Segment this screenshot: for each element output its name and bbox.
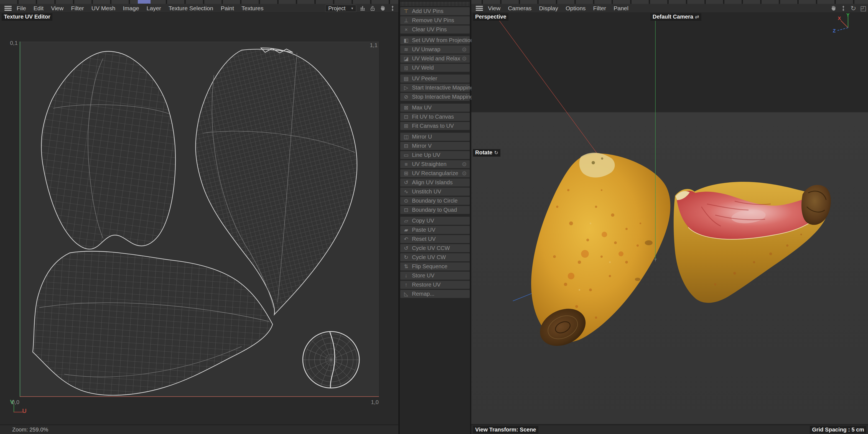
gear-icon[interactable]: ⚙ [462,46,467,53]
cycle-ccw-icon: ↺ [403,245,410,251]
copy-icon: ▱ [403,218,410,224]
palette-drag-handle[interactable] [400,2,470,6]
pan-hand-icon[interactable] [379,5,386,12]
tool-flip-sequence[interactable]: ⇅Flip Sequence [400,262,470,271]
uv-corner-label-01: 0,1 [10,40,18,46]
tool-unstitch-uv[interactable]: ∿Unstitch UV [400,188,470,196]
tool-paste-uv[interactable]: ▰Paste UV [400,226,470,234]
perspective-viewport[interactable]: Perspective Default Camera⇄ Rotate↻ Y X … [471,13,868,424]
tool-fit-canvas-to-uv[interactable]: ⊞Fit Canvas to UV [400,122,470,130]
menu-filter[interactable]: Filter [71,4,84,13]
menu-uv-mesh[interactable]: UV Mesh [92,4,115,13]
menu-display[interactable]: Display [539,4,558,13]
tool-uv-weld-and-relax[interactable]: ◪UV Weld and Relax⚙ [400,55,470,63]
menu-layer[interactable]: Layer [147,4,161,13]
tool-mirror-v[interactable]: ⊟Mirror V [400,142,470,150]
store-icon: ↓ [403,273,410,279]
tool-boundary-to-quad[interactable]: ⊡Boundary to Quad [400,206,470,214]
tool-label: Unstitch UV [412,188,441,195]
tool-uv-unwrap[interactable]: ≋UV Unwrap⚙ [400,45,470,54]
hamburger-menu-icon[interactable] [4,6,12,11]
zoom-updown-icon[interactable] [389,5,396,12]
axis-gizmo[interactable]: Y X Z [831,13,859,33]
tool-fit-uv-to-canvas[interactable]: ⊡Fit UV to Canvas [400,113,470,121]
tool-uv-peeler[interactable]: ▤UV Peeler [400,74,470,83]
tool-label: Max UV [412,104,432,111]
tool-uv-straighten[interactable]: ≡UV Straighten⚙ [400,160,470,168]
tool-store-uv[interactable]: ↓Store UV [400,272,470,280]
dolly-updown-icon[interactable] [840,5,847,12]
tool-uv-rectangularize[interactable]: ⊞UV Rectangularize⚙ [400,169,470,177]
scene-3d[interactable] [471,13,868,424]
menu-texture-selection[interactable]: Texture Selection [168,4,213,13]
camera-label[interactable]: Default Camera⇄ [650,13,702,21]
tool-align-uv-islands[interactable]: ↺Align UV Islands [400,179,470,187]
uv-island-top-left[interactable] [41,51,176,249]
gear-icon[interactable]: ⚙ [462,170,467,177]
gear-icon[interactable]: ⚙ [462,55,467,62]
orbit-rotate-icon[interactable]: ↻ [850,5,857,12]
menu-image[interactable]: Image [123,4,139,13]
uv-axis-u-label: U [22,407,27,414]
tool-label: UV Unwrap [412,46,440,53]
menu-cameras[interactable]: Cameras [508,4,531,13]
flip-sequence-icon: ⇅ [403,263,410,270]
uv-island-circle[interactable] [303,332,359,388]
tool-remove-uv-pins[interactable]: ⊥Remove UV Pins [400,17,470,24]
uv-island-bottom[interactable] [33,251,273,395]
potato-model[interactable] [531,153,670,353]
tool-set-uvw-from-projection[interactable]: ◧Set UVW from Projection⚙ [400,36,470,44]
tool-label: Store UV [412,272,434,279]
play-icon: ▷ [403,85,410,91]
camera-swap-icon[interactable]: ⇄ [695,14,699,20]
tool-boundary-to-circle[interactable]: ⊙Boundary to Circle [400,197,470,205]
menu-edit[interactable]: Edit [34,4,43,13]
tool-cycle-uv-ccw[interactable]: ↺Cycle UV CCW [400,244,470,252]
gear-icon[interactable]: ⚙ [462,161,467,168]
tool-line-up-uv[interactable]: ▭Line Up UV [400,151,470,159]
tool-label: Line Up UV [412,152,440,158]
menu-view[interactable]: View [488,4,500,13]
menu-panel[interactable]: Panel [614,4,628,13]
uv-canvas[interactable] [20,41,379,397]
tool-uv-weld[interactable]: [{]UV Weld [400,64,470,72]
tool-label: Clear UV Pins [412,26,447,33]
tool-clear-uv-pins[interactable]: ×Clear UV Pins [400,26,470,34]
tool-label: Remove UV Pins [412,17,454,24]
tool-add-uv-pins[interactable]: ⊤Add UV Pins [400,7,470,15]
menu-paint[interactable]: Paint [221,4,234,13]
menu-options[interactable]: Options [565,4,586,13]
potato-half-model[interactable] [674,182,831,303]
tool-max-uv[interactable]: ⊠Max UV [400,104,470,112]
tool-stop-interactive-mapping[interactable]: ⊘Stop Interactive Mapping [400,93,470,101]
max-uv-icon: ⊠ [403,104,410,111]
maximize-view-icon[interactable]: ◰ [860,5,867,12]
tool-start-interactive-mapping[interactable]: ▷Start Interactive Mapping [400,84,470,92]
pin-remove-icon: ⊥ [403,17,410,24]
tool-remap[interactable]: ◺Remap... [400,290,470,298]
tool-mirror-u[interactable]: ◫Mirror U [400,133,470,141]
tool-label: Mirror U [412,133,432,140]
gear-icon[interactable]: ⚙ [462,37,467,44]
restore-icon: ↑ [403,282,410,288]
pan-hand-icon[interactable] [830,5,837,12]
menu-file[interactable]: File [17,4,26,13]
projection-label[interactable]: Perspective [473,13,508,21]
menu-view[interactable]: View [51,4,63,13]
tool-reset-uv[interactable]: ↶Reset UV [400,235,470,243]
pin-tools-group: ⊤Add UV Pins ⊥Remove UV Pins ×Clear UV P… [400,7,470,34]
project-dropdown-value: Project [328,5,345,12]
projection-icon: ◧ [403,37,410,43]
tool-copy-uv[interactable]: ▱Copy UV [400,217,470,225]
menu-textures[interactable]: Textures [242,4,264,13]
lock-icon[interactable] [369,5,376,12]
uv-islands[interactable] [20,42,378,397]
tool-label: Mirror V [412,143,432,149]
tool-restore-uv[interactable]: ↑Restore UV [400,281,470,289]
active-layout-tab[interactable] [138,0,151,4]
menu-filter[interactable]: Filter [593,4,606,13]
tool-cycle-uv-cw[interactable]: ↻Cycle UV CW [400,253,470,261]
histogram-icon[interactable] [359,5,366,12]
project-dropdown[interactable]: Project ▼ [325,5,356,12]
hamburger-menu-icon[interactable] [476,6,483,11]
